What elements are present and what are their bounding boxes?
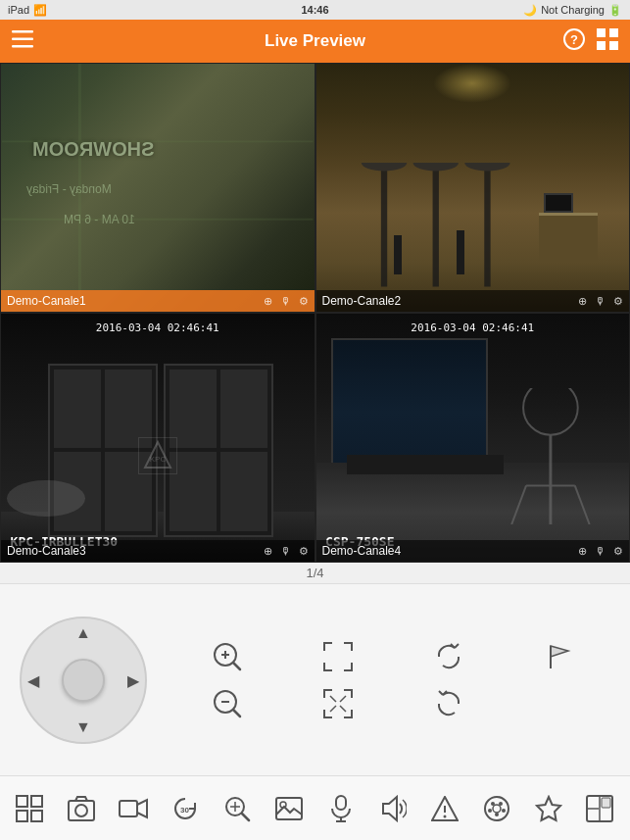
toolbar-mic[interactable] [316, 784, 365, 833]
camera-channel-4: Demo-Canale4 [322, 544, 402, 558]
svg-line-33 [330, 696, 336, 702]
svg-rect-2 [12, 45, 33, 48]
wifi-icon: 📶 [33, 4, 47, 17]
svg-point-13 [362, 163, 407, 171]
svg-marker-65 [537, 797, 560, 820]
status-time: 14:46 [301, 4, 328, 16]
svg-text:KPC: KPC [150, 455, 167, 464]
camera-label-icons-1: ⊕ 🎙 ⚙ [264, 295, 309, 308]
svg-line-23 [511, 485, 526, 524]
toolbar-playback-30[interactable]: 30 [161, 784, 210, 833]
camera-label-3: Demo-Canale3 ⊕ 🎙 ⚙ [1, 540, 315, 562]
svg-rect-40 [31, 811, 42, 821]
zoom-out-button[interactable] [209, 685, 246, 722]
camera-grid: SHOWROOM Monday - Friday 10 AM - 6 PM De… [0, 63, 630, 563]
svg-point-17 [465, 163, 510, 171]
zoom-icon-2: ⊕ [578, 295, 587, 308]
camera-cell-1[interactable]: SHOWROOM Monday - Friday 10 AM - 6 PM De… [0, 63, 315, 313]
svg-point-57 [443, 815, 446, 817]
toolbar-search[interactable] [213, 784, 262, 833]
toolbar-grid-view[interactable] [5, 784, 54, 833]
status-right: 🌙 Not Charging 🔋 [523, 4, 622, 17]
mic-icon-1: 🎙 [280, 295, 291, 308]
zoom-icon-1: ⊕ [264, 295, 272, 308]
fit-screen-button[interactable] [319, 638, 357, 675]
camera4-timestamp: 2016-03-04 02:46:41 [411, 321, 534, 334]
empty-button [541, 685, 578, 722]
svg-text:30: 30 [180, 806, 189, 815]
svg-rect-0 [12, 30, 33, 33]
mic-icon-4: 🎙 [595, 545, 606, 558]
ptz-down-arrow[interactable]: ▼ [75, 718, 91, 736]
grid-nav-icon[interactable] [597, 28, 618, 55]
svg-point-20 [523, 388, 578, 435]
moon-icon: 🌙 [523, 4, 537, 17]
battery-text: Not Charging [541, 4, 605, 16]
camera-channel-3: Demo-Canale3 [7, 544, 86, 558]
svg-rect-51 [336, 796, 346, 810]
toolbar-video-record[interactable] [109, 784, 158, 833]
toolbar-speaker[interactable] [368, 784, 417, 833]
settings-icon-2: ⚙ [613, 295, 623, 308]
svg-point-64 [493, 805, 501, 813]
zoom-icon-3: ⊕ [264, 545, 272, 558]
toolbar-layout[interactable] [575, 784, 624, 833]
svg-rect-6 [609, 28, 618, 37]
ptz-right-arrow[interactable]: ▶ [127, 670, 139, 689]
toolbar-snapshot[interactable] [57, 784, 106, 833]
ptz-center-button[interactable] [62, 659, 105, 702]
svg-line-35 [330, 706, 336, 712]
toolbar-alert[interactable] [420, 784, 469, 833]
flag-button[interactable] [541, 638, 578, 675]
svg-point-42 [75, 805, 87, 816]
zoom-icon-4: ⊕ [578, 545, 587, 558]
control-buttons [176, 638, 610, 722]
settings-icon-3: ⚙ [299, 545, 309, 558]
camera3-timestamp: 2016-03-04 02:46:41 [96, 321, 219, 334]
svg-rect-49 [276, 798, 302, 819]
svg-point-61 [488, 809, 492, 813]
svg-rect-39 [17, 811, 27, 821]
nav-left[interactable] [12, 30, 33, 53]
svg-line-46 [242, 814, 249, 820]
rotate-cw-button[interactable] [430, 638, 467, 675]
svg-marker-54 [383, 797, 397, 820]
toolbar-star[interactable] [524, 784, 573, 833]
ptz-joystick[interactable]: ▲ ▼ ◀ ▶ [20, 617, 147, 744]
nav-right[interactable]: ? [563, 28, 618, 55]
camera-label-icons-4: ⊕ 🎙 ⚙ [578, 545, 623, 558]
menu-icon[interactable] [12, 30, 33, 53]
svg-line-36 [340, 706, 346, 712]
svg-line-28 [233, 663, 240, 669]
svg-line-32 [233, 710, 240, 716]
page-number: 1/4 [306, 566, 323, 580]
help-icon[interactable]: ? [563, 28, 585, 55]
camera-label-icons-3: ⊕ 🎙 ⚙ [264, 545, 309, 558]
zoom-in-button[interactable] [209, 638, 246, 675]
camera-cell-2[interactable]: Demo-Canale2 ⊕ 🎙 ⚙ [315, 63, 631, 313]
svg-rect-8 [609, 41, 618, 50]
settings-icon-1: ⚙ [299, 295, 309, 308]
camera3-watermark: KPC [138, 437, 177, 474]
controls-area: ▲ ▼ ◀ ▶ [0, 584, 630, 775]
camera-cell-4[interactable]: 2016-03-04 02:46:41 CSP-750SE Demo-Canal… [315, 313, 631, 563]
camera-cell-3[interactable]: 2016-03-04 02:46:41 KPC KPC- [0, 313, 315, 563]
svg-point-62 [502, 809, 506, 813]
toolbar-palette[interactable] [472, 784, 521, 833]
ptz-left-arrow[interactable]: ◀ [27, 670, 39, 689]
svg-rect-69 [602, 798, 610, 808]
rotate-ccw-button[interactable] [430, 685, 467, 722]
mic-icon-3: 🎙 [280, 545, 291, 558]
svg-rect-43 [120, 801, 137, 816]
battery-icon: 🔋 [608, 4, 622, 17]
svg-line-34 [340, 696, 346, 702]
toolbar-gallery[interactable] [265, 784, 314, 833]
ptz-up-arrow[interactable]: ▲ [75, 624, 91, 642]
svg-point-15 [413, 163, 459, 171]
svg-line-24 [575, 485, 590, 524]
camera-label-icons-2: ⊕ 🎙 ⚙ [578, 295, 623, 308]
status-bar: iPad 📶 14:46 🌙 Not Charging 🔋 [0, 0, 630, 20]
svg-text:?: ? [570, 32, 578, 47]
minimize-button[interactable] [319, 685, 357, 722]
settings-icon-4: ⚙ [613, 545, 623, 558]
